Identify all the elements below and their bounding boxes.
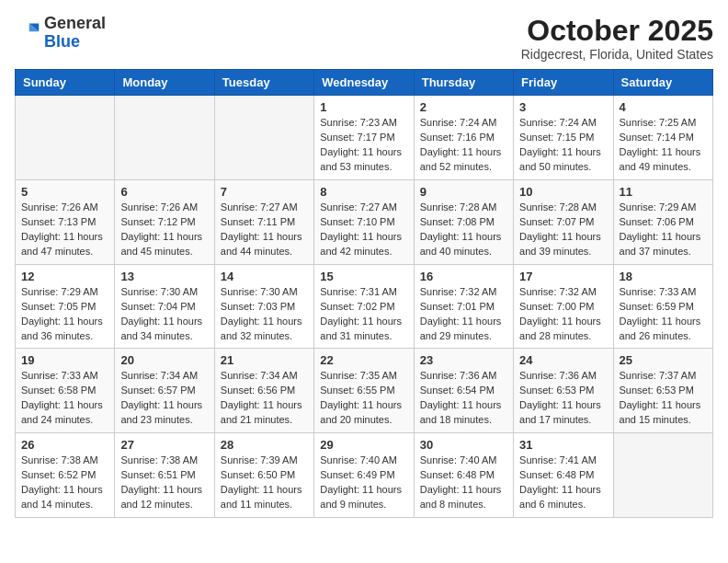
day-info: Sunrise: 7:38 AMSunset: 6:52 PMDaylight:… bbox=[21, 454, 108, 512]
day-info: Sunrise: 7:38 AMSunset: 6:51 PMDaylight:… bbox=[120, 454, 208, 512]
day-number: 22 bbox=[320, 353, 407, 367]
day-info: Sunrise: 7:36 AMSunset: 6:53 PMDaylight:… bbox=[519, 369, 607, 428]
calendar-cell: 11Sunrise: 7:29 AMSunset: 7:06 PMDayligh… bbox=[613, 179, 712, 264]
day-number: 31 bbox=[519, 438, 607, 452]
calendar-week-1: 1Sunrise: 7:23 AMSunset: 7:17 PMDaylight… bbox=[16, 96, 713, 180]
calendar-cell: 24Sunrise: 7:36 AMSunset: 6:53 PMDayligh… bbox=[514, 349, 613, 433]
weekday-header-sunday: Sunday bbox=[16, 70, 115, 96]
day-info: Sunrise: 7:33 AMSunset: 6:59 PMDaylight:… bbox=[620, 285, 707, 344]
day-info: Sunrise: 7:40 AMSunset: 6:48 PMDaylight:… bbox=[420, 454, 507, 512]
day-number: 25 bbox=[620, 353, 707, 367]
calendar-cell bbox=[115, 96, 214, 180]
day-info: Sunrise: 7:31 AMSunset: 7:02 PMDaylight:… bbox=[320, 285, 407, 344]
calendar-cell: 8Sunrise: 7:27 AMSunset: 7:10 PMDaylight… bbox=[314, 179, 414, 264]
calendar-cell: 14Sunrise: 7:30 AMSunset: 7:03 PMDayligh… bbox=[214, 264, 313, 349]
calendar-cell: 28Sunrise: 7:39 AMSunset: 6:50 PMDayligh… bbox=[214, 433, 313, 518]
day-info: Sunrise: 7:37 AMSunset: 6:53 PMDaylight:… bbox=[620, 369, 707, 428]
day-number: 9 bbox=[420, 185, 507, 199]
calendar-week-2: 5Sunrise: 7:26 AMSunset: 7:13 PMDaylight… bbox=[16, 179, 713, 264]
calendar-cell: 31Sunrise: 7:41 AMSunset: 6:48 PMDayligh… bbox=[514, 433, 613, 518]
day-info: Sunrise: 7:35 AMSunset: 6:55 PMDaylight:… bbox=[320, 369, 407, 428]
day-info: Sunrise: 7:39 AMSunset: 6:50 PMDaylight:… bbox=[221, 454, 308, 512]
title-block: October 2025 Ridgecrest, Florida, United… bbox=[521, 15, 713, 62]
calendar-cell: 13Sunrise: 7:30 AMSunset: 7:04 PMDayligh… bbox=[115, 264, 214, 349]
day-info: Sunrise: 7:28 AMSunset: 7:08 PMDaylight:… bbox=[420, 201, 507, 259]
calendar-cell: 21Sunrise: 7:34 AMSunset: 6:56 PMDayligh… bbox=[214, 349, 313, 433]
calendar-cell: 6Sunrise: 7:26 AMSunset: 7:12 PMDaylight… bbox=[115, 179, 214, 264]
calendar-cell: 17Sunrise: 7:32 AMSunset: 7:00 PMDayligh… bbox=[514, 264, 613, 349]
calendar-cell: 9Sunrise: 7:28 AMSunset: 7:08 PMDaylight… bbox=[414, 179, 513, 264]
day-number: 3 bbox=[519, 100, 607, 114]
day-info: Sunrise: 7:26 AMSunset: 7:13 PMDaylight:… bbox=[21, 201, 108, 259]
calendar-cell: 5Sunrise: 7:26 AMSunset: 7:13 PMDaylight… bbox=[16, 179, 115, 264]
day-info: Sunrise: 7:25 AMSunset: 7:14 PMDaylight:… bbox=[620, 116, 707, 175]
calendar-cell: 19Sunrise: 7:33 AMSunset: 6:58 PMDayligh… bbox=[16, 349, 115, 433]
weekday-row: SundayMondayTuesdayWednesdayThursdayFrid… bbox=[16, 70, 713, 96]
day-number: 13 bbox=[120, 270, 208, 283]
calendar-cell: 22Sunrise: 7:35 AMSunset: 6:55 PMDayligh… bbox=[314, 349, 414, 433]
day-number: 19 bbox=[21, 353, 108, 367]
day-number: 12 bbox=[21, 270, 108, 283]
location: Ridgecrest, Florida, United States bbox=[521, 47, 713, 62]
calendar-cell bbox=[16, 96, 115, 180]
day-number: 5 bbox=[21, 185, 108, 199]
calendar-cell: 1Sunrise: 7:23 AMSunset: 7:17 PMDaylight… bbox=[314, 96, 414, 180]
calendar-cell: 15Sunrise: 7:31 AMSunset: 7:02 PMDayligh… bbox=[314, 264, 414, 349]
day-info: Sunrise: 7:26 AMSunset: 7:12 PMDaylight:… bbox=[120, 201, 208, 259]
calendar-cell: 7Sunrise: 7:27 AMSunset: 7:11 PMDaylight… bbox=[214, 179, 313, 264]
weekday-header-friday: Friday bbox=[514, 70, 613, 96]
day-info: Sunrise: 7:33 AMSunset: 6:58 PMDaylight:… bbox=[21, 369, 108, 428]
logo-blue: Blue bbox=[44, 32, 80, 51]
calendar-cell: 30Sunrise: 7:40 AMSunset: 6:48 PMDayligh… bbox=[414, 433, 513, 518]
weekday-header-saturday: Saturday bbox=[613, 70, 712, 96]
day-number: 2 bbox=[420, 100, 507, 114]
day-info: Sunrise: 7:24 AMSunset: 7:15 PMDaylight:… bbox=[519, 116, 607, 175]
page-header: General Blue October 2025 Ridgecrest, Fl… bbox=[15, 15, 713, 62]
day-info: Sunrise: 7:23 AMSunset: 7:17 PMDaylight:… bbox=[320, 116, 407, 175]
calendar-table: SundayMondayTuesdayWednesdayThursdayFrid… bbox=[15, 69, 713, 518]
day-number: 29 bbox=[320, 438, 407, 452]
calendar-cell bbox=[214, 96, 313, 180]
day-number: 23 bbox=[420, 353, 507, 367]
calendar-cell bbox=[613, 433, 712, 518]
day-info: Sunrise: 7:36 AMSunset: 6:54 PMDaylight:… bbox=[420, 369, 507, 428]
day-number: 15 bbox=[320, 270, 407, 283]
logo-general: General bbox=[44, 14, 106, 32]
day-info: Sunrise: 7:28 AMSunset: 7:07 PMDaylight:… bbox=[519, 201, 607, 259]
calendar-week-4: 19Sunrise: 7:33 AMSunset: 6:58 PMDayligh… bbox=[16, 349, 713, 433]
logo: General Blue bbox=[15, 15, 106, 52]
calendar-cell: 12Sunrise: 7:29 AMSunset: 7:05 PMDayligh… bbox=[16, 264, 115, 349]
day-number: 4 bbox=[620, 100, 707, 114]
day-info: Sunrise: 7:30 AMSunset: 7:04 PMDaylight:… bbox=[120, 285, 208, 344]
calendar-cell: 26Sunrise: 7:38 AMSunset: 6:52 PMDayligh… bbox=[16, 433, 115, 518]
day-info: Sunrise: 7:32 AMSunset: 7:01 PMDaylight:… bbox=[420, 285, 507, 344]
day-number: 21 bbox=[221, 353, 308, 367]
calendar-cell: 18Sunrise: 7:33 AMSunset: 6:59 PMDayligh… bbox=[613, 264, 712, 349]
day-info: Sunrise: 7:27 AMSunset: 7:11 PMDaylight:… bbox=[221, 201, 308, 259]
calendar-cell: 2Sunrise: 7:24 AMSunset: 7:16 PMDaylight… bbox=[414, 96, 513, 180]
calendar-cell: 20Sunrise: 7:34 AMSunset: 6:57 PMDayligh… bbox=[115, 349, 214, 433]
day-number: 30 bbox=[420, 438, 507, 452]
calendar-week-3: 12Sunrise: 7:29 AMSunset: 7:05 PMDayligh… bbox=[16, 264, 713, 349]
day-number: 26 bbox=[21, 438, 108, 452]
month-title: October 2025 bbox=[521, 15, 713, 47]
day-number: 11 bbox=[620, 185, 707, 199]
day-number: 17 bbox=[519, 270, 607, 283]
calendar-cell: 27Sunrise: 7:38 AMSunset: 6:51 PMDayligh… bbox=[115, 433, 214, 518]
day-info: Sunrise: 7:40 AMSunset: 6:49 PMDaylight:… bbox=[320, 454, 407, 512]
day-info: Sunrise: 7:34 AMSunset: 6:56 PMDaylight:… bbox=[221, 369, 308, 428]
calendar-cell: 3Sunrise: 7:24 AMSunset: 7:15 PMDaylight… bbox=[514, 96, 613, 180]
day-number: 10 bbox=[519, 185, 607, 199]
calendar-cell: 16Sunrise: 7:32 AMSunset: 7:01 PMDayligh… bbox=[414, 264, 513, 349]
day-info: Sunrise: 7:29 AMSunset: 7:05 PMDaylight:… bbox=[21, 285, 108, 344]
calendar-header: SundayMondayTuesdayWednesdayThursdayFrid… bbox=[16, 70, 713, 96]
day-info: Sunrise: 7:30 AMSunset: 7:03 PMDaylight:… bbox=[221, 285, 308, 344]
calendar-cell: 25Sunrise: 7:37 AMSunset: 6:53 PMDayligh… bbox=[613, 349, 712, 433]
day-number: 18 bbox=[620, 270, 707, 283]
day-info: Sunrise: 7:32 AMSunset: 7:00 PMDaylight:… bbox=[519, 285, 607, 344]
day-number: 27 bbox=[120, 438, 208, 452]
day-number: 1 bbox=[320, 100, 407, 114]
weekday-header-thursday: Thursday bbox=[414, 70, 513, 96]
day-info: Sunrise: 7:29 AMSunset: 7:06 PMDaylight:… bbox=[620, 201, 707, 259]
day-number: 7 bbox=[221, 185, 308, 199]
